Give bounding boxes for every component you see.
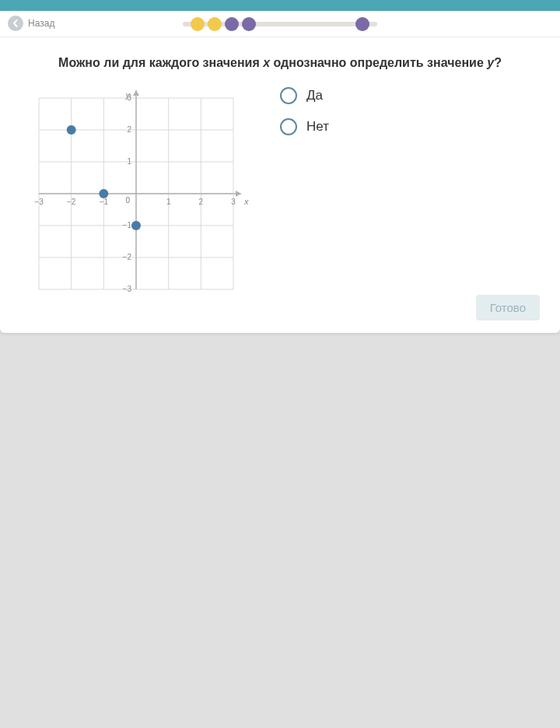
radio-no-label: Нет [306, 119, 329, 135]
svg-text:1: 1 [127, 157, 131, 166]
svg-text:−1: −1 [100, 198, 109, 206]
chevron-left-icon [8, 16, 23, 31]
scatter-chart: −3−2−10123−3−2−1123yx [16, 87, 249, 305]
progress-dot [355, 17, 369, 31]
svg-text:x: x [243, 197, 249, 206]
progress-dot [208, 17, 222, 31]
answer-options: Да Нет [280, 87, 329, 135]
svg-text:2: 2 [199, 198, 204, 206]
radio-yes[interactable]: Да [280, 87, 329, 104]
progress-dot [191, 17, 205, 31]
svg-text:0: 0 [125, 196, 130, 205]
back-button[interactable]: Назад [8, 16, 54, 31]
radio-icon [280, 118, 297, 135]
nav-row: Назад [0, 11, 560, 37]
progress-bar [183, 17, 377, 31]
svg-text:−1: −1 [123, 221, 132, 229]
svg-text:−2: −2 [123, 253, 132, 261]
svg-text:3: 3 [231, 198, 236, 206]
back-label: Назад [28, 18, 54, 29]
question-card: Можно ли для каждого значения x однознач… [0, 37, 560, 333]
svg-text:1: 1 [166, 198, 171, 206]
svg-point-33 [131, 221, 141, 230]
radio-yes-label: Да [306, 88, 323, 103]
svg-point-31 [67, 125, 76, 135]
question-text: Можно ли для каждого значения x однознач… [16, 56, 544, 70]
svg-text:−3: −3 [34, 198, 44, 206]
progress-dot [242, 17, 256, 31]
svg-text:2: 2 [127, 125, 131, 134]
app-header [0, 0, 560, 11]
svg-point-32 [99, 189, 108, 198]
radio-icon [280, 87, 297, 104]
radio-no[interactable]: Нет [280, 118, 329, 135]
svg-text:−2: −2 [67, 198, 76, 206]
progress-dot [225, 17, 239, 31]
svg-text:−3: −3 [123, 285, 132, 293]
page-background [0, 333, 560, 706]
done-button[interactable]: Готово [476, 295, 540, 320]
